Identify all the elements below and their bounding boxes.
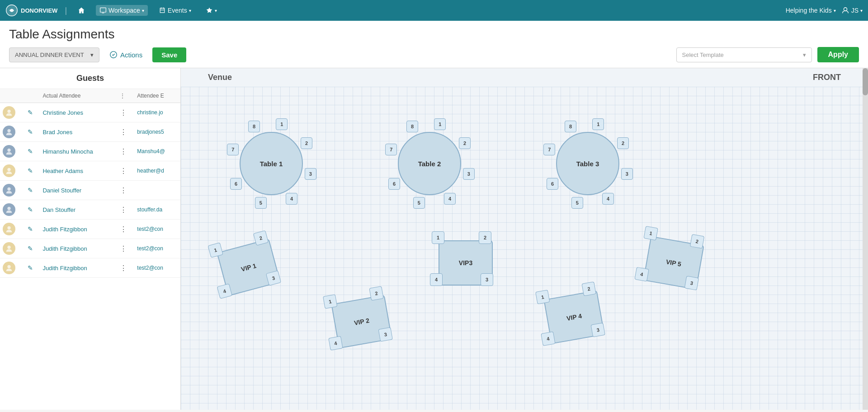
- seat[interactable]: 3: [305, 168, 316, 180]
- guests-scroll-area[interactable]: Actual Attendee ⋮ Attendee E ✎ Christine…: [0, 89, 180, 410]
- guest-edit-cell[interactable]: ✎: [25, 122, 40, 142]
- vip-seat[interactable]: 3: [481, 273, 493, 286]
- apply-button[interactable]: Apply: [817, 47, 859, 62]
- logo[interactable]: DONORVIEW: [5, 4, 57, 17]
- vip-seat[interactable]: 2: [369, 286, 383, 300]
- guest-more[interactable]: ⋮: [117, 142, 135, 161]
- seat[interactable]: 4: [602, 193, 614, 205]
- actions-button[interactable]: Actions: [105, 48, 147, 61]
- vip-table-container[interactable]: VIP31234: [425, 227, 506, 299]
- venue-panel: Venue FRONT Table 112345678Table 2123456…: [181, 68, 868, 410]
- seat[interactable]: 2: [459, 137, 471, 149]
- vip-table-container[interactable]: VIP 51234: [627, 220, 720, 306]
- guest-more[interactable]: ⋮: [117, 103, 135, 122]
- seat[interactable]: 3: [463, 168, 475, 180]
- seat[interactable]: 4: [286, 193, 297, 205]
- seat[interactable]: 8: [565, 121, 576, 132]
- round-table-container[interactable]: Table 312345678: [540, 116, 635, 211]
- seat[interactable]: 6: [230, 178, 242, 190]
- vip-seat[interactable]: 1: [323, 294, 337, 309]
- seat[interactable]: 6: [547, 178, 558, 190]
- seat[interactable]: 8: [406, 121, 418, 132]
- venue-canvas[interactable]: Table 112345678Table 212345678Table 3123…: [181, 87, 868, 410]
- vip-seat[interactable]: 4: [328, 336, 343, 351]
- page-toolbar: ANNUAL DINNER EVENT ▾ Actions Save Selec…: [9, 47, 859, 68]
- user-chevron: ▾: [860, 8, 863, 13]
- seat[interactable]: 1: [434, 118, 446, 130]
- guest-edit-cell[interactable]: ✎: [25, 200, 40, 220]
- vip-seat[interactable]: 4: [541, 332, 555, 346]
- vip-seat[interactable]: 3: [378, 327, 392, 342]
- edit-icon[interactable]: ✎: [28, 225, 33, 233]
- guest-edit-cell[interactable]: ✎: [25, 181, 40, 200]
- round-table-container[interactable]: Table 112345678: [224, 116, 319, 211]
- seat[interactable]: 8: [248, 121, 260, 132]
- seat[interactable]: 2: [617, 137, 629, 149]
- edit-icon[interactable]: ✎: [28, 206, 33, 213]
- edit-icon[interactable]: ✎: [28, 148, 33, 155]
- vip-seat[interactable]: 3: [590, 323, 605, 337]
- guest-edit-cell[interactable]: ✎: [25, 161, 40, 181]
- edit-icon[interactable]: ✎: [28, 187, 33, 194]
- guest-more[interactable]: ⋮: [117, 220, 135, 239]
- nav-favorites[interactable]: ▾: [202, 5, 221, 16]
- guest-more[interactable]: ⋮: [117, 239, 135, 258]
- nav-workspace[interactable]: Workspace ▾: [96, 5, 148, 16]
- seat[interactable]: 7: [543, 144, 555, 155]
- vip-table-container[interactable]: VIP 21234: [315, 279, 408, 365]
- edit-icon[interactable]: ✎: [28, 128, 33, 136]
- guest-edit-cell[interactable]: ✎: [25, 103, 40, 122]
- seat[interactable]: 2: [301, 137, 312, 149]
- nav-home[interactable]: [74, 5, 89, 16]
- seat[interactable]: 7: [385, 144, 397, 155]
- venue-scrollbar[interactable]: [863, 68, 868, 410]
- seat[interactable]: 3: [621, 168, 633, 180]
- event-selector[interactable]: ANNUAL DINNER EVENT ▾: [9, 47, 99, 62]
- vip-seat[interactable]: 4: [634, 267, 649, 281]
- vip-seat[interactable]: 2: [479, 231, 491, 244]
- seat[interactable]: 7: [227, 144, 239, 155]
- vip-seat[interactable]: 2: [690, 234, 704, 248]
- guest-more[interactable]: ⋮: [117, 200, 135, 220]
- avatar: [3, 145, 15, 158]
- seat[interactable]: 1: [592, 118, 604, 130]
- guest-edit-cell[interactable]: ✎: [25, 239, 40, 258]
- template-selector[interactable]: Select Template ▾: [676, 47, 812, 62]
- vip-table-container[interactable]: VIP 41234: [528, 275, 620, 360]
- vip-seat[interactable]: 1: [432, 231, 444, 244]
- nav-events[interactable]: Events ▾: [155, 5, 195, 16]
- edit-icon[interactable]: ✎: [28, 167, 33, 174]
- seat[interactable]: 1: [276, 118, 288, 130]
- svg-point-4: [7, 110, 10, 113]
- vip-seat[interactable]: 3: [266, 270, 281, 286]
- user-menu[interactable]: JS ▾: [841, 6, 863, 14]
- guest-edit-cell[interactable]: ✎: [25, 220, 40, 239]
- vip-seat[interactable]: 1: [643, 226, 658, 240]
- vip-table-container[interactable]: VIP 11234: [200, 222, 297, 313]
- vip-seat[interactable]: 3: [684, 276, 699, 290]
- edit-icon[interactable]: ✎: [28, 109, 33, 116]
- vip-seat[interactable]: 2: [581, 281, 596, 296]
- svg-point-2: [844, 8, 847, 11]
- guests-table: Actual Attendee ⋮ Attendee E ✎ Christine…: [0, 89, 180, 278]
- guest-edit-cell[interactable]: ✎: [25, 258, 40, 278]
- guest-more[interactable]: ⋮: [117, 181, 135, 200]
- round-table-container[interactable]: Table 212345678: [382, 116, 477, 211]
- seat[interactable]: 5: [255, 197, 267, 209]
- guest-more[interactable]: ⋮: [117, 122, 135, 142]
- edit-icon[interactable]: ✎: [28, 264, 33, 272]
- seat[interactable]: 5: [413, 197, 425, 209]
- seat[interactable]: 4: [444, 193, 456, 205]
- guest-edit-cell[interactable]: ✎: [25, 142, 40, 161]
- table-row: ✎ Judith Fitzgibbon ⋮ test2@con: [0, 220, 180, 239]
- seat[interactable]: 6: [388, 178, 400, 190]
- vip-seat[interactable]: 1: [535, 290, 550, 304]
- seat[interactable]: 5: [571, 197, 583, 209]
- svg-point-11: [7, 246, 10, 249]
- org-selector[interactable]: Helping the Kids ▾: [786, 7, 836, 14]
- edit-icon[interactable]: ✎: [28, 245, 33, 252]
- vip-seat[interactable]: 4: [430, 273, 443, 286]
- guest-more[interactable]: ⋮: [117, 161, 135, 181]
- guest-more[interactable]: ⋮: [117, 258, 135, 278]
- save-button[interactable]: Save: [152, 47, 186, 62]
